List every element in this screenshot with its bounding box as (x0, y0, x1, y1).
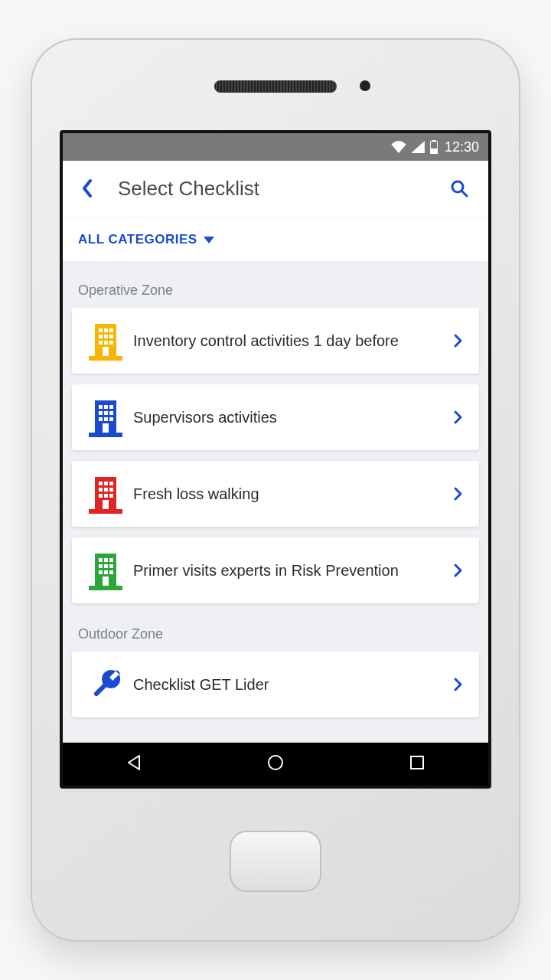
android-back-button[interactable] (124, 753, 144, 776)
android-status-bar: 12:30 (63, 133, 488, 161)
circle-home-icon (266, 753, 285, 773)
svg-rect-31 (99, 482, 103, 485)
building-icon (83, 474, 129, 514)
wifi-icon (391, 141, 406, 153)
svg-rect-37 (99, 494, 103, 498)
svg-rect-12 (109, 335, 113, 338)
section-header: Outdoor Zone (72, 614, 479, 652)
svg-rect-15 (109, 341, 113, 345)
svg-rect-20 (104, 405, 108, 409)
svg-rect-28 (103, 423, 109, 433)
checklist-item[interactable]: Supervisors activities (72, 384, 479, 450)
svg-rect-56 (411, 756, 423, 769)
svg-rect-18 (89, 433, 122, 437)
building-icon (83, 550, 129, 590)
svg-rect-50 (104, 570, 108, 574)
status-time: 12:30 (445, 139, 479, 155)
search-button[interactable] (445, 175, 473, 202)
svg-rect-21 (109, 405, 113, 409)
svg-rect-48 (109, 564, 113, 568)
svg-rect-11 (104, 335, 108, 338)
svg-rect-32 (104, 482, 108, 485)
svg-rect-24 (109, 411, 113, 415)
svg-rect-39 (109, 494, 113, 498)
screen: 12:30 Select Checklist ALL CATEGORIES Op… (60, 130, 491, 789)
list-item-label: Inventory control activities 1 day befor… (129, 331, 448, 351)
building-icon (83, 397, 129, 437)
svg-rect-10 (99, 335, 103, 338)
svg-rect-34 (99, 488, 103, 492)
wrench-icon (83, 666, 129, 703)
search-icon (449, 178, 469, 198)
svg-rect-27 (109, 417, 113, 421)
android-recent-button[interactable] (407, 753, 427, 776)
chevron-right-icon (448, 333, 468, 348)
list-item-label: Supervisors activities (129, 407, 448, 427)
phone-home-button[interactable] (230, 831, 321, 892)
svg-rect-35 (104, 488, 108, 492)
svg-rect-33 (109, 482, 113, 485)
svg-rect-2 (430, 149, 437, 154)
chevron-left-icon (80, 178, 95, 199)
svg-rect-13 (99, 341, 103, 345)
phone-speaker (214, 80, 337, 93)
svg-rect-26 (104, 417, 108, 421)
list-item-label: Fresh loss walking (129, 484, 448, 504)
chevron-right-icon (448, 486, 468, 501)
section-header: Operative Zone (72, 270, 479, 308)
back-button[interactable] (73, 175, 101, 202)
svg-rect-42 (89, 586, 122, 590)
svg-rect-46 (99, 564, 103, 568)
svg-rect-44 (104, 558, 108, 562)
svg-rect-9 (109, 328, 113, 332)
category-filter-label: ALL CATEGORIES (78, 232, 197, 247)
android-nav-bar (63, 743, 488, 786)
list-item-label: Primer visits experts in Risk Prevention (129, 560, 448, 580)
checklist-item[interactable]: Inventory control activities 1 day befor… (72, 308, 479, 374)
svg-rect-23 (104, 411, 108, 415)
chevron-right-icon (448, 410, 468, 425)
svg-rect-36 (109, 488, 113, 492)
svg-rect-7 (99, 328, 103, 332)
list-item-label: Checklist GET Lider (129, 675, 448, 694)
category-filter-dropdown[interactable]: ALL CATEGORIES (78, 232, 214, 247)
svg-rect-38 (104, 494, 108, 498)
svg-rect-22 (99, 411, 103, 415)
svg-rect-6 (89, 356, 122, 361)
status-icons (391, 140, 439, 154)
cell-signal-icon (411, 141, 425, 153)
svg-rect-51 (109, 570, 113, 574)
android-home-button[interactable] (266, 753, 285, 776)
checklist-item[interactable]: Checklist GET Lider (72, 652, 479, 717)
checklist-item[interactable]: Fresh loss walking (72, 461, 479, 527)
page-title: Select Checklist (101, 177, 445, 201)
battery-icon (429, 140, 439, 154)
checklist-item[interactable]: Primer visits experts in Risk Prevention (72, 537, 479, 603)
chevron-right-icon (448, 677, 468, 692)
svg-point-3 (452, 181, 463, 192)
triangle-back-icon (124, 753, 144, 773)
phone-frame: 12:30 Select Checklist ALL CATEGORIES Op… (31, 38, 520, 942)
svg-rect-45 (109, 558, 113, 562)
svg-rect-30 (89, 509, 122, 514)
svg-rect-47 (104, 564, 108, 568)
svg-rect-19 (99, 405, 103, 409)
checklist-content: Operative Zone Inventory control activit… (63, 261, 488, 743)
svg-rect-49 (99, 570, 103, 574)
phone-camera (360, 80, 370, 91)
building-icon (83, 321, 129, 361)
svg-rect-25 (99, 417, 103, 421)
svg-rect-16 (103, 347, 109, 356)
svg-point-55 (269, 756, 282, 769)
svg-rect-43 (99, 558, 103, 562)
svg-marker-54 (129, 756, 139, 769)
svg-rect-40 (103, 500, 109, 509)
svg-line-4 (462, 191, 467, 196)
chevron-right-icon (448, 563, 468, 578)
caret-down-icon (204, 237, 214, 243)
svg-rect-14 (104, 341, 108, 345)
svg-rect-52 (103, 577, 109, 586)
app-header: Select Checklist (63, 161, 488, 217)
square-recent-icon (407, 753, 427, 773)
category-filter-row: ALL CATEGORIES (63, 217, 488, 261)
